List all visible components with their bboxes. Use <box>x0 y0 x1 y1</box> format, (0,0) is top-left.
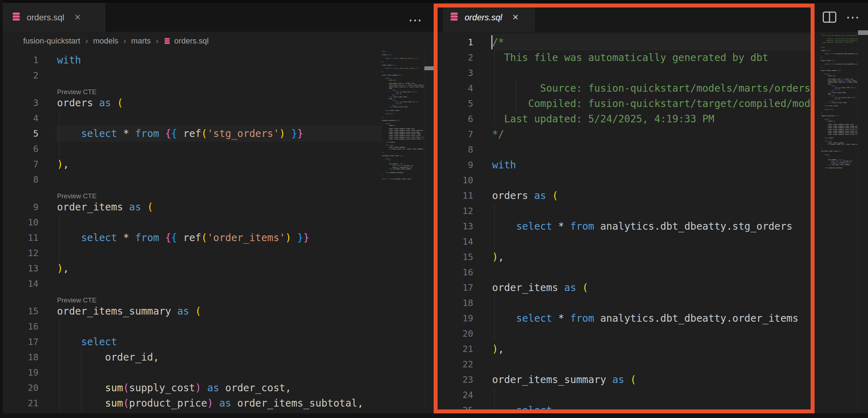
database-icon <box>164 37 171 45</box>
code-line[interactable]: 3orders as ( <box>3 95 382 111</box>
code-line[interactable]: 11 select * from {{ ref('order_items') }… <box>3 230 382 245</box>
code-line[interactable]: 5 select * from {{ ref('stg_orders') }} <box>3 126 382 141</box>
code-line[interactable]: 5 Compiled: fusion-quickstart/target/com… <box>438 96 811 111</box>
code-line[interactable]: 21 sum(product_price) as order_items_sub… <box>3 396 382 411</box>
code-line[interactable]: 20 sum(supply_cost) as order_cost, <box>3 380 382 396</box>
code-line[interactable]: 19 select * from analytics.dbt_dbeatty.o… <box>438 311 811 326</box>
code-line[interactable]: 12 <box>3 245 382 261</box>
breadcrumb-item-project[interactable]: fusion-quickstart <box>23 36 80 46</box>
minimap-right[interactable]: /* This file was automatically generated… <box>821 33 857 169</box>
code-line[interactable]: 6 Last updated: 5/24/2025, 4:19:33 PM <box>438 111 811 127</box>
vscode-window: orders.sql ✕ ⋯ fusion-quickstart › model… <box>0 0 868 418</box>
code-line[interactable]: 3 <box>438 65 811 81</box>
code-line[interactable]: 7*/ <box>438 127 811 142</box>
overview-ruler-left[interactable] <box>424 50 435 413</box>
tab-label: orders.sql <box>465 12 502 22</box>
database-icon <box>11 12 21 23</box>
minimap-left[interactable]: with orders as ( select * from {{ ref('s… <box>382 51 424 187</box>
code-line[interactable]: 22 <box>438 357 811 372</box>
code-line[interactable]: 10 <box>438 173 811 188</box>
breadcrumb: fusion-quickstart › models › marts › ord… <box>3 32 434 50</box>
window-left-edge <box>0 0 3 418</box>
code-line[interactable]: 16 <box>3 319 382 334</box>
code-line[interactable]: 24 <box>438 387 811 403</box>
code-line[interactable]: 15), <box>438 249 811 265</box>
code-line[interactable]: 16 <box>438 265 811 280</box>
tab-bar-left: orders.sql ✕ ⋯ <box>3 3 434 32</box>
code-line[interactable]: 12 <box>438 203 811 219</box>
chevron-right-icon: › <box>156 36 159 46</box>
close-icon[interactable]: ✕ <box>512 13 518 22</box>
code-line[interactable]: 21), <box>438 341 811 357</box>
code-line[interactable]: 15order_items_summary as ( <box>3 304 382 319</box>
codelens-preview-cte[interactable]: Preview CTE <box>3 291 382 304</box>
code-line[interactable]: 4 Source: fusion-quickstart/models/marts… <box>438 81 811 96</box>
right-code-rows: 1/*2 This file was automatically generat… <box>438 32 811 413</box>
code-editor-compiled-preview[interactable]: 1/*2 This file was automatically generat… <box>434 32 868 413</box>
code-line[interactable]: 25 select <box>438 403 811 413</box>
codelens-preview-cte[interactable]: Preview CTE <box>3 83 382 95</box>
window-bottom-edge <box>0 413 868 418</box>
code-line[interactable]: 8 <box>438 142 811 157</box>
scrollbar-thumb[interactable] <box>858 30 868 35</box>
code-line[interactable]: 17 select <box>3 334 382 350</box>
window-top-edge <box>0 0 868 3</box>
code-line[interactable]: 10 <box>3 215 382 230</box>
chevron-right-icon: › <box>85 36 88 46</box>
code-line[interactable]: 7), <box>3 157 382 172</box>
more-actions-icon[interactable]: ⋯ <box>842 3 864 32</box>
close-icon[interactable]: ✕ <box>74 13 81 22</box>
code-line[interactable]: 4 <box>3 111 382 126</box>
database-icon <box>449 12 459 23</box>
code-line[interactable]: 8 <box>3 172 382 187</box>
code-line[interactable]: 17order_items as ( <box>438 280 811 295</box>
more-actions-icon[interactable]: ⋯ <box>401 6 430 35</box>
split-editor-icon[interactable] <box>822 11 837 25</box>
code-line[interactable]: 11orders as ( <box>438 188 811 203</box>
code-line[interactable]: 1with <box>3 52 382 68</box>
code-line[interactable]: 23order_items_summary as ( <box>438 372 811 387</box>
chevron-right-icon: › <box>123 36 126 46</box>
codelens-preview-cte[interactable]: Preview CTE <box>3 187 382 199</box>
breadcrumb-item-models[interactable]: models <box>93 36 118 46</box>
breadcrumb-item-file[interactable]: orders.sql <box>174 36 209 46</box>
code-editor-source[interactable]: 1with2Preview CTE3orders as (45 select *… <box>3 50 434 413</box>
code-line[interactable]: 18 order_id, <box>3 350 382 365</box>
cursor-position-marker <box>424 66 435 70</box>
code-line[interactable]: 13 select * from analytics.dbt_dbeatty.s… <box>438 219 811 234</box>
left-code-rows: 1with2Preview CTE3orders as (45 select *… <box>3 50 382 411</box>
scrollbar-right[interactable] <box>858 32 868 413</box>
code-line[interactable]: 18 <box>438 295 811 311</box>
code-line[interactable]: 19 <box>3 365 382 380</box>
code-line[interactable]: 9with <box>438 157 811 173</box>
code-line[interactable]: 2 This file was automatically generated … <box>438 50 811 65</box>
code-line[interactable]: 2 <box>3 68 382 83</box>
code-line[interactable]: 1/* <box>438 35 811 50</box>
code-line[interactable]: 20 <box>438 326 811 341</box>
code-line[interactable]: 14 <box>438 234 811 249</box>
code-line[interactable]: 14 <box>3 276 382 291</box>
breadcrumb-item-marts[interactable]: marts <box>131 36 151 46</box>
tab-orders-sql-source[interactable]: orders.sql ✕ <box>3 3 105 32</box>
code-line[interactable]: 13), <box>3 261 382 276</box>
tab-orders-sql-preview[interactable]: orders.sql ✕ <box>443 3 535 32</box>
code-line[interactable]: 9order_items as ( <box>3 199 382 215</box>
code-line[interactable]: 6 <box>3 141 382 157</box>
tab-label: orders.sql <box>27 12 64 22</box>
tab-bar-right: orders.sql ✕ <box>434 3 868 32</box>
